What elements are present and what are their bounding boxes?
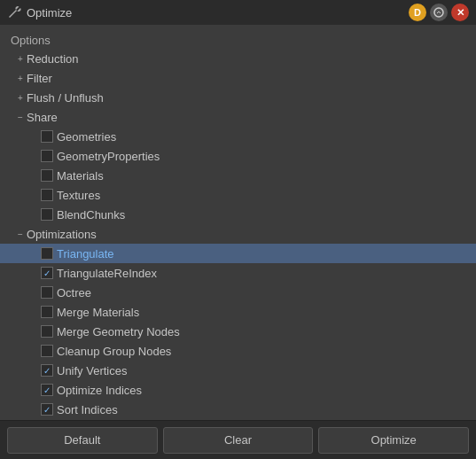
- tree-item-merge-geometry-nodes[interactable]: Merge Geometry Nodes: [0, 322, 476, 341]
- textures-label: Textures: [57, 189, 100, 202]
- tree-item-textures[interactable]: Textures: [0, 185, 476, 205]
- merge-materials-label: Merge Materials: [57, 306, 139, 319]
- tree-item-materials[interactable]: Materials: [0, 166, 476, 185]
- expand-icon-optimizations: −: [14, 228, 27, 240]
- tree-item-flush[interactable]: + Flush / Unflush: [0, 88, 476, 107]
- checkbox-merge-materials[interactable]: [41, 306, 53, 318]
- expand-icon-reduction: +: [14, 52, 27, 65]
- window-title: Optimize: [27, 6, 403, 19]
- tree-item-triangulate-reindex[interactable]: ✓ TriangulateReIndex: [0, 263, 476, 283]
- materials-label: Materials: [57, 169, 104, 183]
- triangulate-reindex-label: TriangulateReIndex: [57, 267, 157, 280]
- octree-label: Octree: [57, 286, 91, 300]
- checkbox-geometries[interactable]: [41, 130, 53, 143]
- tree-item-merge-materials[interactable]: Merge Materials: [0, 302, 476, 322]
- tree-item-filter[interactable]: + Filter: [0, 68, 476, 88]
- tree-item-sort-indices[interactable]: ✓ Sort Indices: [0, 400, 476, 419]
- svg-point-0: [434, 8, 443, 17]
- optimizations-label: Optimizations: [27, 228, 97, 241]
- share-label: Share: [27, 111, 58, 124]
- options-label: Options: [0, 32, 476, 49]
- checkbox-merge-geometry-nodes[interactable]: [41, 325, 53, 338]
- tree-item-optimizations[interactable]: − Optimizations: [0, 224, 476, 244]
- tree-item-reduction[interactable]: + Reduction: [0, 49, 476, 68]
- triangulate-label: Triangulate: [57, 247, 114, 261]
- tree-item-octree[interactable]: Octree: [0, 283, 476, 302]
- checkbox-unify-vertices[interactable]: ✓: [41, 364, 53, 377]
- checkbox-textures[interactable]: [41, 189, 53, 201]
- close-button[interactable]: ✕: [451, 4, 469, 21]
- options-tree: Options + Reduction + Filter + Flush / U…: [0, 25, 476, 420]
- flush-label: Flush / Unflush: [27, 91, 104, 105]
- geometry-properties-label: GeometryProperties: [57, 150, 160, 163]
- tree-item-triangulate[interactable]: Triangulate: [0, 244, 476, 263]
- expand-icon-flush: +: [14, 91, 27, 104]
- checkbox-cleanup-group-nodes[interactable]: [41, 345, 53, 357]
- checkbox-triangulate-reindex[interactable]: ✓: [41, 267, 53, 279]
- optimize-button[interactable]: Optimize: [318, 427, 469, 454]
- clear-button[interactable]: Clear: [163, 427, 314, 454]
- default-button[interactable]: Default: [7, 427, 158, 454]
- checkbox-sort-indices[interactable]: ✓: [41, 403, 53, 416]
- checkbox-optimize-indices[interactable]: ✓: [41, 384, 53, 396]
- optimize-indices-label: Optimize Indices: [57, 384, 142, 397]
- checkbox-geometry-properties[interactable]: [41, 150, 53, 162]
- cleanup-group-nodes-label: Cleanup Group Nodes: [57, 345, 171, 358]
- tree-item-cleanup-group-nodes[interactable]: Cleanup Group Nodes: [0, 341, 476, 361]
- tree-item-geometries[interactable]: Geometries: [0, 127, 476, 146]
- window-controls: D ✕: [409, 4, 469, 21]
- expand-icon-share: −: [14, 111, 27, 123]
- tree-item-unify-vertices[interactable]: ✓ Unify Vertices: [0, 361, 476, 380]
- merge-geometry-nodes-label: Merge Geometry Nodes: [57, 325, 180, 338]
- blend-chunks-label: BlendChunks: [57, 208, 125, 222]
- geometries-label: Geometries: [57, 130, 116, 144]
- sort-indices-label: Sort Indices: [57, 403, 118, 416]
- checkbox-triangulate[interactable]: [41, 247, 53, 260]
- checkbox-materials[interactable]: [41, 169, 53, 182]
- tree-item-share[interactable]: − Share: [0, 107, 476, 127]
- filter-label: Filter: [27, 72, 52, 85]
- wrench-icon: [7, 5, 21, 19]
- tree-item-optimize-indices[interactable]: ✓ Optimize Indices: [0, 380, 476, 400]
- footer: Default Clear Optimize: [0, 420, 476, 459]
- tree-item-geometry-properties[interactable]: GeometryProperties: [0, 146, 476, 166]
- checkbox-octree[interactable]: [41, 286, 53, 299]
- d-button[interactable]: D: [409, 4, 426, 21]
- reduction-label: Reduction: [27, 52, 79, 66]
- unify-vertices-label: Unify Vertices: [57, 364, 127, 377]
- minimize-button[interactable]: [430, 4, 448, 21]
- checkbox-blend-chunks[interactable]: [41, 208, 53, 221]
- expand-icon-filter: +: [14, 72, 27, 84]
- title-bar: Optimize D ✕: [0, 0, 476, 25]
- tree-item-blend-chunks[interactable]: BlendChunks: [0, 205, 476, 224]
